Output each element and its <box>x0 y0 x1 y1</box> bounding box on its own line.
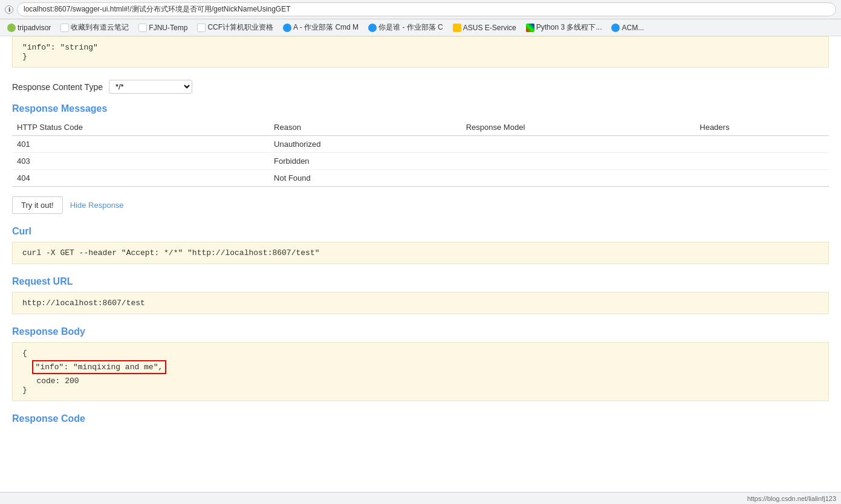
bookmark-icon-ccf <box>197 24 206 32</box>
response-code-title: Response Code <box>12 413 829 424</box>
response-body-highlighted-wrapper: "info": "minqixing and me", <box>22 360 819 374</box>
bookmark-icon-fjnu <box>138 24 147 32</box>
try-it-out-button[interactable]: Try it out! <box>12 196 63 214</box>
bookmark-icon-tripadvisor <box>7 24 16 32</box>
curl-section: Curl curl -X GET --header "Accept: */*" … <box>12 226 829 264</box>
status-bar-url: https://blog.csdn.net/lialinfj123 <box>747 495 836 502</box>
bookmark-ccf[interactable]: CCF计算机职业资格 <box>193 21 277 34</box>
model-401 <box>461 136 695 153</box>
response-content-type-section: Response Content Type */* application/js… <box>12 80 829 94</box>
bookmark-youdao[interactable]: 收藏到有道云笔记 <box>57 21 132 34</box>
request-url-title: Request URL <box>12 276 829 287</box>
curl-title: Curl <box>12 226 829 237</box>
response-messages-title: Response Messages <box>12 103 829 114</box>
bookmark-icon-zuoye1 <box>283 24 291 32</box>
bookmark-asus[interactable]: ASUS E-Service <box>449 22 520 33</box>
curl-command: curl -X GET --header "Accept: */*" "http… <box>12 242 829 264</box>
bookmark-fjnu[interactable]: FJNU-Temp <box>135 22 191 33</box>
bookmark-acm[interactable]: ACM... <box>608 22 648 33</box>
col-status-code: HTTP Status Code <box>12 119 269 136</box>
response-messages-section: Response Messages HTTP Status Code Reaso… <box>12 103 829 214</box>
bookmark-icon-acm <box>611 24 620 32</box>
bookmark-zuoye2[interactable]: 你是谁 - 作业部落 C <box>365 21 447 34</box>
top-json-line2: } <box>22 52 819 61</box>
col-reason: Reason <box>269 119 461 136</box>
top-json-line1: "info": "string" <box>22 43 819 52</box>
response-body-line3: code: 200 <box>22 376 819 386</box>
headers-403 <box>695 153 829 170</box>
response-body-line4: } <box>22 386 819 395</box>
bookmark-tripadvisor[interactable]: tripadvisor <box>4 22 54 33</box>
model-404 <box>461 170 695 187</box>
response-body-title: Response Body <box>12 326 829 337</box>
response-body-highlighted: "info": "minqixing and me", <box>32 360 167 374</box>
bookmark-icon-asus <box>453 24 461 32</box>
status-bar: https://blog.csdn.net/lialinfj123 <box>0 492 841 504</box>
status-code-403: 403 <box>12 153 269 170</box>
top-json-block: "info": "string" } <box>12 36 829 68</box>
headers-404 <box>695 170 829 187</box>
response-code-section: Response Code <box>12 413 829 424</box>
response-content-type-select[interactable]: */* application/json <box>109 80 192 94</box>
col-response-model: Response Model <box>461 119 695 136</box>
address-bar[interactable]: localhost:8607/swagger-ui.html#!/测试分布式环境… <box>17 2 836 16</box>
bookmark-zuoye1[interactable]: A - 作业部落 Cmd M <box>279 21 362 34</box>
reason-403: Forbidden <box>269 153 461 170</box>
request-url-section: Request URL http://localhost:8607/test <box>12 276 829 314</box>
col-headers: Headers <box>695 119 829 136</box>
table-row: 401 Unauthorized <box>12 136 829 153</box>
response-body-section: Response Body { "info": "minqixing and m… <box>12 326 829 401</box>
headers-401 <box>695 136 829 153</box>
hide-response-link[interactable]: Hide Response <box>70 201 124 210</box>
favicon: ℹ <box>5 5 13 14</box>
response-body-line1: { <box>22 349 819 358</box>
bookmark-python[interactable]: Python 3 多线程下... <box>522 21 606 34</box>
bookmark-icon-youdao <box>60 24 69 32</box>
bookmarks-bar: tripadvisor 收藏到有道云笔记 FJNU-Temp CCF计算机职业资… <box>0 19 841 36</box>
response-content-type-label: Response Content Type */* application/js… <box>12 80 829 94</box>
button-row: Try it out! Hide Response <box>12 196 829 214</box>
request-url-value: http://localhost:8607/test <box>12 292 829 314</box>
status-code-404: 404 <box>12 170 269 187</box>
bookmark-icon-zuoye2 <box>368 24 377 32</box>
model-403 <box>461 153 695 170</box>
reason-404: Not Found <box>269 170 461 187</box>
table-row: 404 Not Found <box>12 170 829 187</box>
page-content: "info": "string" } Response Content Type… <box>0 36 841 504</box>
response-body-block: { "info": "minqixing and me", code: 200 … <box>12 342 829 401</box>
status-code-401: 401 <box>12 136 269 153</box>
browser-bar: ℹ localhost:8607/swagger-ui.html#!/测试分布式… <box>0 0 841 19</box>
reason-401: Unauthorized <box>269 136 461 153</box>
bookmark-icon-python <box>526 24 534 32</box>
table-row: 403 Forbidden <box>12 153 829 170</box>
response-messages-table: HTTP Status Code Reason Response Model H… <box>12 119 829 187</box>
